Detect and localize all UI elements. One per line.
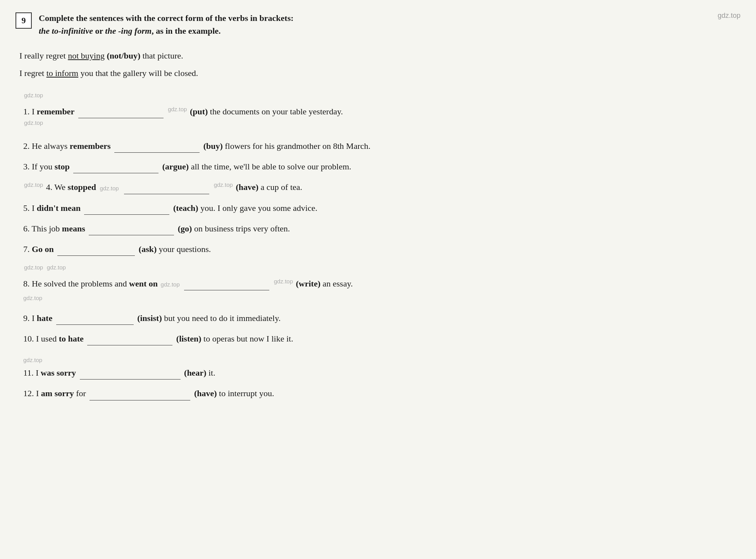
s8-hint: (write) [296,279,321,288]
s9-text: 9. I [23,313,37,323]
s3-verb: stop [55,162,70,171]
exercise-number: 9 [15,12,32,29]
s10-text: 10. I used [23,334,59,343]
s8-text: 8. He solved the problems and [23,279,129,288]
s4-hint: (have) [236,183,258,192]
example-answer-1: not buying [68,51,105,60]
watermark-top-right: gdz.top [718,12,741,20]
s7-number: 7. [23,244,32,254]
s5-verb: didn't mean [37,203,81,213]
sentence-12: 12. I am sorry for (have) to interrupt y… [23,386,741,400]
s6-verb: means [62,224,85,233]
title-or: or [93,26,105,36]
watermark-s1-top: gdz.top [24,91,43,100]
s7-blank[interactable] [57,255,135,256]
s11-hint: (hear) [184,368,206,378]
s4-text: 4. We [46,183,68,192]
s5-hint: (teach) [173,203,198,213]
example-hint-1: (not/buy) [107,51,140,60]
sentence-9: 9. I hate (insist) but you need to do it… [23,311,741,325]
s3-blank[interactable] [73,173,158,173]
exercise-title: Complete the sentences with the correct … [39,12,741,37]
watermark-s4: gdz.top [24,180,43,190]
watermark-s11: gdz.top [23,357,42,363]
s3-hint: (argue) [162,162,189,171]
s12-blank[interactable] [90,400,190,400]
example-section: I really regret not buying (not/buy) tha… [15,49,741,80]
sentence-8: gdz.top gdz.top 8. He solved the problem… [23,263,741,304]
watermark-s8-2: gdz.top [47,263,66,272]
s2-hint: (buy) [203,141,223,151]
s4-verb: stopped [68,183,96,192]
sentence-1: gdz.top 1. I remember gdz.top (put) the … [23,91,741,132]
sentence-3: 3. If you stop (argue) all the time, we'… [23,160,741,173]
watermark-s1-mid: gdz.top [168,105,187,114]
s6-text: 6. This job [23,224,62,233]
s2-number: 2. He always [23,141,70,151]
sentence-7: 7. Go on (ask) your questions. [23,242,741,256]
sentence-11: gdz.top 11. I was sorry (hear) it. [23,352,741,380]
sentence-4: gdz.top 4. We stopped gdz.top gdz.top (h… [23,180,741,194]
s8-blank[interactable] [184,290,269,290]
sentences-list: gdz.top 1. I remember gdz.top (put) the … [15,91,741,400]
s2-blank[interactable] [114,152,200,153]
s7-hint: (ask) [139,244,157,254]
s12-verb: am sorry [41,388,74,398]
s1-blank[interactable] [78,118,164,118]
s11-verb: was sorry [41,368,76,378]
s10-hint: (listen) [176,334,201,343]
example-line-1: I really regret not buying (not/buy) tha… [19,49,741,62]
s1-verb: remember [37,107,74,116]
title-infinitive: the to-infinitive [39,26,93,36]
example-answer-2: to inform [46,68,79,78]
title-text-1: Complete the sentences with the correct … [39,13,294,23]
example-line-2: I regret to inform you that the gallery … [19,66,741,80]
s12-hint: (have) [194,388,217,398]
exercise-header: 9 Complete the sentences with the correc… [15,12,741,37]
s7-verb: Go on [32,244,54,254]
watermark-s1-bot: gdz.top [24,118,43,128]
sentence-5: 5. I didn't mean (teach) you. I only gav… [23,201,741,215]
s3-text: 3. If you [23,162,55,171]
sentence-2: 2. He always remembers (buy) flowers for… [23,139,741,153]
s1-number: 1. I [23,107,37,116]
watermark-s4-mid: gdz.top [214,180,233,190]
s8-verb: went on [129,279,158,288]
watermark-s8-1: gdz.top [24,263,43,272]
s10-verb: to hate [59,334,84,343]
s12-text: 12. I [23,388,41,398]
s11-text: 11. I [23,368,41,378]
s1-hint: (put) [190,107,208,116]
s9-hint: (insist) [137,313,162,323]
s5-blank[interactable] [84,214,169,215]
s5-text: 5. I [23,203,37,213]
s10-blank[interactable] [87,345,172,345]
title-end: , as in the example. [152,26,220,36]
s4-blank[interactable] [124,194,209,194]
s2-verb: remembers [70,141,111,151]
watermark-s8-right: gdz.top [274,277,293,286]
s11-blank[interactable] [80,379,181,380]
s6-hint: (go) [178,224,192,233]
watermark-s8-mid: gdz.top [161,280,180,289]
s9-blank[interactable] [56,324,134,325]
watermark-s4-inline: gdz.top [100,184,119,193]
title-ing: the -ing form [105,26,152,36]
s9-verb: hate [37,313,52,323]
s6-blank[interactable] [89,235,174,235]
watermark-s8-bot: gdz.top [23,295,42,301]
sentence-10: 10. I used to hate (listen) to operas bu… [23,332,741,345]
sentence-6: 6. This job means (go) on business trips… [23,222,741,235]
